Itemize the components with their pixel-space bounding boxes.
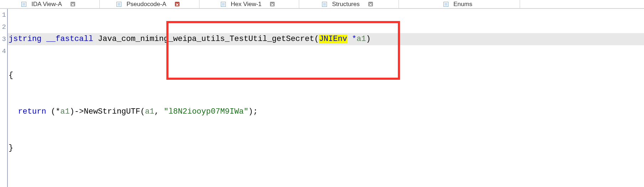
token-arg: a1 xyxy=(145,107,154,116)
tab-label: IDA View-A xyxy=(31,1,62,8)
tab-label: Enums xyxy=(453,1,472,8)
token-return: return xyxy=(18,107,46,116)
close-icon[interactable] xyxy=(71,2,75,6)
token-string: "l8N2iooyp07M9IWa" xyxy=(164,107,249,116)
code-area[interactable]: jstring __fastcall Java_com_niming_weipa… xyxy=(8,9,644,187)
view-icon xyxy=(443,2,448,7)
token-arg: a1 xyxy=(60,107,69,116)
line-gutter: 1 2 3 4 xyxy=(0,9,8,187)
tab-label: Hex View-1 xyxy=(231,1,262,8)
view-icon xyxy=(21,2,26,7)
tab-pseudocode-a[interactable]: Pseudocode-A xyxy=(100,0,199,8)
tab-ida-view-a[interactable]: IDA View-A xyxy=(0,0,100,8)
tab-label: Structures xyxy=(332,1,359,8)
close-icon[interactable] xyxy=(368,2,373,6)
line-number: 2 xyxy=(0,21,7,33)
code-line-2: { xyxy=(8,69,644,82)
token-type-jnienv: JNIEnv xyxy=(319,35,347,43)
token-arg: a1 xyxy=(357,35,366,43)
editor: 1 2 3 4 jstring __fastcall Java_com_nimi… xyxy=(0,9,644,187)
tab-hex-view-1[interactable]: Hex View-1 xyxy=(199,0,299,8)
view-icon xyxy=(116,2,121,7)
token-type: jstring xyxy=(9,35,46,43)
view-icon xyxy=(221,2,226,7)
line-number: 3 xyxy=(0,33,7,45)
token-func-name: Java_com_niming_weipa_utils_TestUtil_get… xyxy=(98,35,314,43)
code-line-4: } xyxy=(8,142,644,154)
tab-bar: IDA View-A Pseudocode-A Hex View-1 Struc… xyxy=(0,0,644,9)
view-icon xyxy=(322,2,327,7)
close-icon[interactable] xyxy=(175,2,180,6)
line-number: 4 xyxy=(0,45,7,57)
line-number: 1 xyxy=(0,9,7,21)
tab-label: Pseudocode-A xyxy=(126,1,166,8)
token-callconv: __fastcall xyxy=(46,35,93,43)
token-call: NewStringUTF xyxy=(84,107,140,116)
code-line-3: return (*a1)->NewStringUTF(a1, "l8N2iooy… xyxy=(8,106,644,118)
tab-enums[interactable]: Enums xyxy=(399,0,520,8)
close-icon[interactable] xyxy=(270,2,275,6)
code-line-1: jstring __fastcall Java_com_niming_weipa… xyxy=(8,33,644,45)
tab-structures[interactable]: Structures xyxy=(299,0,399,8)
